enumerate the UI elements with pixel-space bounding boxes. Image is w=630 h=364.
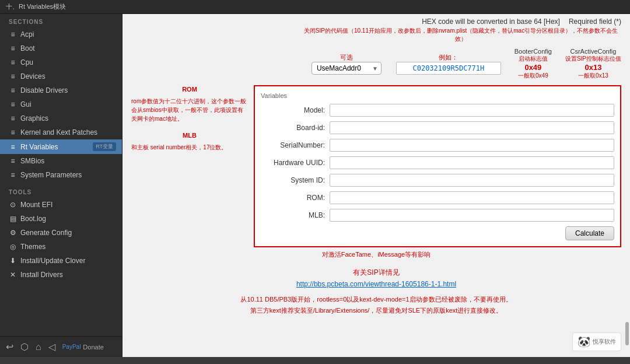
content-area: HEX code will be converted in base 64 [H…: [123, 14, 630, 357]
sip-section: 有关SIP详情见 http://bbs.pcbeta.com/viewthrea…: [131, 268, 621, 316]
sub-note: 对激活FaceTame、iMessage等有影响: [131, 250, 621, 259]
sidebar-item-install-drivers[interactable]: ✕ Install Drivers: [0, 268, 122, 282]
sidebar-item-kernel-kext[interactable]: ≡ Kernel and Kext Patches: [0, 125, 122, 139]
sidebar-item-boot[interactable]: ≡ Boot: [0, 41, 122, 55]
close-icon: ✕: [9, 271, 17, 279]
sidebar-item-rt-variables[interactable]: ≡ Rt Variables RT变量: [0, 139, 122, 154]
hex-icon[interactable]: ⬡: [20, 341, 29, 352]
booter-note2: 一般取0x49: [510, 72, 556, 80]
hardware-uuid-input[interactable]: [330, 156, 614, 169]
calculate-row: Calculate: [261, 226, 614, 240]
hardware-uuid-row: Hardware UUID:: [261, 156, 614, 169]
system-id-row: System ID:: [261, 174, 614, 187]
sidebar-item-label: Boot: [20, 44, 116, 52]
board-id-input[interactable]: [330, 121, 614, 134]
title-bar: 十、Rt Variables模块: [0, 0, 630, 14]
mlb-input[interactable]: [330, 209, 614, 222]
list-icon: ≡: [9, 128, 17, 136]
watermark-icon: 🐼: [578, 335, 590, 348]
serial-number-label: SerialNumber:: [261, 141, 325, 149]
watermark-text: 悦享软件: [593, 338, 616, 346]
optional-label: 可选: [306, 53, 387, 62]
calculate-button[interactable]: Calculate: [565, 226, 614, 240]
download-icon: ⬇: [9, 257, 17, 265]
sidebar-item-label: Themes: [20, 243, 116, 251]
left-icon[interactable]: ◁: [48, 341, 55, 352]
sidebar-item-label: Gui: [20, 100, 116, 108]
booter-note1: 启动标志值: [510, 55, 556, 63]
example-value: C02032109R5DC771H: [396, 62, 501, 75]
home-icon[interactable]: ⌂: [36, 342, 41, 352]
sidebar-item-install-clover[interactable]: ⬇ Install/Update Clover: [0, 254, 122, 268]
sidebar-item-label: Acpi: [20, 30, 116, 38]
sidebar-item-themes[interactable]: ◎ Themes: [0, 240, 122, 254]
csr-note2: 一般取0x13: [565, 72, 621, 80]
mlb-note: 和主板 serial number相关，17位数。: [131, 143, 248, 152]
rom-label: ROM: [182, 86, 197, 93]
model-input[interactable]: [330, 104, 614, 117]
sidebar: SECTIONS ≡ Acpi ≡ Boot ≡ Cpu ≡ Devices ≡…: [0, 14, 123, 357]
sidebar-item-label: Cpu: [20, 58, 116, 66]
list-icon: ≡: [9, 30, 17, 38]
mlb-row: MLB:: [261, 209, 614, 222]
hex1-value: 0x49: [510, 63, 556, 72]
sip-title: 有关SIP详情见: [131, 268, 621, 278]
title-text: 十、Rt Variables模块: [6, 3, 66, 10]
tools-label: TOOLS: [0, 184, 122, 198]
variables-label: Variables: [261, 92, 614, 99]
sidebar-item-mount-efi[interactable]: ⊙ Mount EFI: [0, 198, 122, 212]
rom-input[interactable]: [330, 191, 614, 204]
system-id-input[interactable]: [330, 174, 614, 187]
sections-label: SECTIONS: [0, 14, 122, 27]
csr-note1: 设置SIP控制标志位值: [565, 55, 621, 63]
list-icon: ≡: [9, 58, 17, 66]
sidebar-item-generate-config[interactable]: ⚙ Generate Config: [0, 226, 122, 240]
list-icon: ≡: [9, 171, 17, 179]
rom-row: ROM:: [261, 191, 614, 204]
list-icon: ≡: [9, 143, 17, 151]
list-icon: ≡: [9, 44, 17, 52]
sidebar-item-disable-drivers[interactable]: ≡ Disable Drivers: [0, 83, 122, 97]
list-icon: ≡: [9, 86, 17, 94]
sidebar-item-system-parameters[interactable]: ≡ System Parameters: [0, 168, 122, 182]
scrollbar[interactable]: [625, 322, 629, 345]
sidebar-item-label: SMBios: [20, 157, 116, 165]
model-label: Model:: [261, 106, 325, 114]
sip-link[interactable]: http://bbs.pcbeta.com/viewthread-1605186…: [131, 280, 621, 288]
list-icon: ≡: [9, 72, 17, 80]
sip-note: 关闭SIP的代码值（10.11开始应用，改参数后，删除nvram.plist（隐…: [300, 27, 621, 43]
sidebar-item-label: Mount EFI: [20, 201, 116, 209]
sidebar-item-graphics[interactable]: ≡ Graphics: [0, 111, 122, 125]
sidebar-item-boot-log[interactable]: ▤ Boot.log: [0, 212, 122, 226]
sidebar-item-acpi[interactable]: ≡ Acpi: [0, 27, 122, 41]
sidebar-item-label: Install Drivers: [20, 271, 116, 279]
sidebar-item-label: Generate Config: [20, 229, 116, 237]
back-icon[interactable]: ↩: [6, 341, 13, 352]
mlb-label: MLB: [183, 132, 197, 139]
donate-button[interactable]: PayPal Donate: [62, 344, 104, 351]
hex-info: HEX code will be converted in base 64 [H…: [422, 18, 560, 26]
board-id-row: Board-id:: [261, 121, 614, 134]
sidebar-item-label: Boot.log: [20, 215, 116, 223]
form-section: ROM rom参数值为十二位十六进制，这个参数一般会从smbios中获取，一般不…: [131, 85, 621, 247]
serial-number-input[interactable]: [330, 139, 614, 152]
use-mac-addr-dropdown[interactable]: UseMacAddr0: [312, 62, 382, 75]
sidebar-item-label: Graphics: [20, 114, 116, 123]
donate-label: Donate: [83, 344, 103, 351]
sidebar-item-label: Kernel and Kext Patches: [20, 128, 116, 136]
gear-icon: ⚙: [9, 229, 17, 237]
hex2-value: 0x13: [565, 63, 621, 72]
sidebar-item-devices[interactable]: ≡ Devices: [0, 69, 122, 83]
csr-active-label: CsrActiveConfig: [565, 48, 621, 55]
sidebar-item-cpu[interactable]: ≡ Cpu: [0, 55, 122, 69]
system-id-label: System ID:: [261, 176, 325, 184]
sidebar-item-label: Devices: [20, 72, 116, 80]
serial-number-row: SerialNumber:: [261, 139, 614, 152]
sidebar-item-smbios[interactable]: ≡ SMBios: [0, 154, 122, 168]
sidebar-item-label: System Parameters: [20, 171, 116, 179]
required-info: Required field (*): [569, 18, 621, 26]
sidebar-item-gui[interactable]: ≡ Gui: [0, 97, 122, 111]
board-id-label: Board-id:: [261, 124, 325, 132]
booter-config-label: BooterConfig: [510, 48, 556, 55]
sidebar-item-label: Rt Variables: [20, 143, 89, 151]
